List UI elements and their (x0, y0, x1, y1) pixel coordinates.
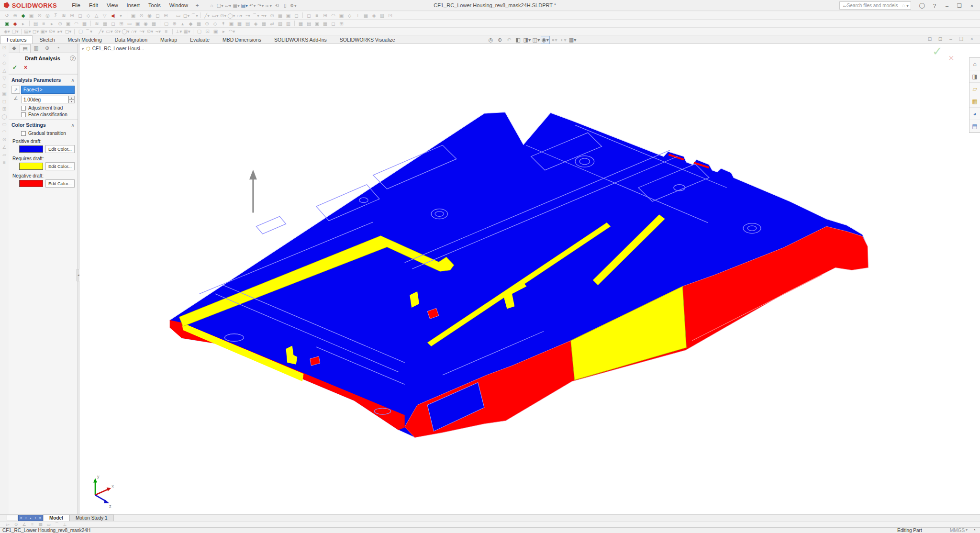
toolbar-icon[interactable]: ◠▾ (228, 28, 236, 35)
strip-icon[interactable]: ◻ (0, 98, 9, 105)
select-icon[interactable]: ▻▾ (265, 2, 273, 9)
pin-menu-icon[interactable]: ✦ (195, 3, 199, 8)
taskpane-custom-properties-icon[interactable]: ▤ (969, 120, 980, 133)
tab-scroll-icon[interactable]: ‹ (23, 515, 28, 521)
home-icon[interactable]: ⌂ (208, 2, 216, 9)
edit-color-requires-button[interactable]: Edit Color... (45, 162, 75, 170)
toolbar-icon[interactable]: ◠ (329, 12, 337, 19)
doc-window-button[interactable]: ⊡ (935, 36, 946, 42)
direction-of-pull-icon[interactable]: ↗ (11, 86, 20, 94)
help-icon[interactable]: ? (70, 56, 76, 61)
toolbar-icon[interactable]: ⌒▾ (252, 12, 260, 19)
toolbar-icon[interactable]: ~▾ (138, 28, 146, 35)
toolbar-icon[interactable]: ◆ (19, 12, 27, 19)
motion-toolbar-icon[interactable]: ▦ (36, 522, 45, 527)
toolbar-icon[interactable]: ⊙▾ (48, 28, 56, 35)
strip-icon[interactable]: △ (0, 67, 9, 75)
ribbon-tab[interactable]: Sketch (33, 35, 61, 44)
toolbar-icon[interactable]: ▣ (212, 28, 220, 35)
toolbar-icon[interactable]: ⊞ (117, 20, 125, 27)
toolbar-icon[interactable]: ◻ (154, 12, 162, 19)
toolbar-icon[interactable]: ▢ (195, 28, 203, 35)
draft-angle-input[interactable]: 1.00deg (21, 96, 68, 103)
toolbar-icon[interactable]: ▦ (80, 20, 89, 27)
ribbon-tab[interactable]: Data Migration (109, 35, 154, 44)
tab-scroll-icon[interactable]: › (33, 515, 38, 521)
toolbar-icon[interactable]: ⊙ (56, 20, 64, 27)
toolbar-icon[interactable]: ≋ (93, 20, 101, 27)
search-caret-icon[interactable]: ▾ (906, 3, 909, 8)
status-units[interactable]: MMGS (950, 528, 965, 533)
ribbon-tab[interactable]: SOLIDWORKS Visualize (334, 35, 401, 44)
app-minimize-button[interactable]: – (941, 1, 953, 10)
toolbar-icon[interactable]: ▸ (19, 20, 27, 27)
toolbar-icon[interactable]: ▢ (77, 28, 85, 35)
redo-icon[interactable]: ↷▾ (256, 2, 265, 9)
draft-direction-arrow[interactable] (249, 169, 257, 212)
toolbar-icon[interactable]: ¬▾ (260, 12, 268, 19)
tab-model[interactable]: Model (43, 514, 69, 521)
open-document-icon[interactable]: ▱▾ (224, 2, 232, 9)
edit-appearance-icon[interactable]: ●▾ (550, 36, 559, 44)
motion-toolbar-icon[interactable]: ∠ (20, 522, 28, 527)
toolbar-icon[interactable]: ↟ (219, 20, 227, 27)
doc-window-button[interactable]: ⊡ (924, 36, 935, 42)
toolbar-icon[interactable]: ▦ (101, 20, 109, 27)
toolbar-icon[interactable]: ⇄ (268, 20, 276, 27)
tab-scroll-icon[interactable]: « (19, 515, 23, 521)
display-style-icon[interactable]: ◫▾ (532, 36, 541, 44)
strip-icon[interactable]: ◠ (0, 128, 9, 136)
taskpane-toolbox-icon[interactable]: ▦ (969, 95, 980, 108)
toolbar-icon[interactable]: ≡ (313, 12, 321, 19)
toolbar-icon[interactable] (95, 29, 95, 34)
toolbar-icon[interactable]: ▣ (337, 12, 345, 19)
toolbar-icon[interactable]: ⌒▾ (85, 28, 93, 35)
pm-tab-propertymanager[interactable]: ◆ (9, 44, 20, 53)
toolbar-icon[interactable]: ▭ (174, 12, 182, 19)
checkbox-icon[interactable] (21, 131, 26, 136)
toolbar-icon[interactable]: ≡ (162, 28, 170, 35)
toolbar-icon[interactable]: ◎ (44, 12, 52, 19)
toolbar-icon[interactable]: ◻ (305, 12, 313, 19)
options-icon[interactable]: ⚙▾ (289, 2, 297, 9)
toolbar-icon[interactable]: ▦ (150, 20, 158, 27)
toolbar-icon[interactable]: ▧ (276, 20, 284, 27)
doc-window-button[interactable]: – (946, 36, 956, 42)
view-settings-icon[interactable]: ▦▾ (568, 36, 577, 44)
toolbar-icon[interactable]: ⊡ (386, 12, 394, 19)
toolbar-icon[interactable]: ▸▾ (56, 28, 64, 35)
strip-icon[interactable]: ▣ (0, 90, 9, 98)
toolbar-icon[interactable]: ⌒▾ (190, 12, 199, 19)
motion-toolbar-icon[interactable]: ⊥ (61, 522, 69, 527)
taskpane-3d-content-icon[interactable]: ◨ (969, 70, 980, 83)
toolbar-icon[interactable]: ◀ (109, 12, 117, 19)
strip-icon[interactable]: ◯ (0, 113, 9, 121)
toolbar-icon[interactable]: ◻ (329, 20, 337, 27)
ribbon-tab[interactable]: Features (0, 35, 33, 44)
toolbar-icon[interactable]: ⊞ (337, 20, 345, 27)
toolbar-icon[interactable]: ▣ (27, 12, 35, 19)
tab-stub[interactable] (7, 515, 17, 521)
toolbar-icon[interactable]: ⊡ (203, 28, 212, 35)
toolbar-icon[interactable]: ⊞ (162, 12, 170, 19)
toolbar-icon[interactable]: ▤ (244, 20, 252, 27)
toolbar-icon[interactable] (193, 29, 193, 34)
toolbar-icon[interactable]: ≋ (60, 12, 68, 19)
pm-tab-dimxpert[interactable]: ⊕ (42, 44, 53, 53)
motion-toolbar-icon[interactable]: ▭ (45, 522, 53, 527)
toolbar-icon[interactable]: ▣ (129, 12, 137, 19)
toolbar-icon[interactable]: ⊙▾ (219, 12, 227, 19)
toolbar-icon[interactable]: ▤ (305, 20, 313, 27)
toolbar-icon[interactable]: ◯▾ (227, 12, 235, 19)
edit-color-negative-button[interactable]: Edit Color... (45, 179, 75, 188)
toolbar-icon[interactable]: ◈ (252, 20, 260, 27)
graphics-area[interactable]: y x z ▸ ⬡ CF1_RC_Lower Housi... ✓ × (79, 44, 980, 514)
toolbar-icon[interactable]: ⊥ (354, 12, 362, 19)
toolbar-icon[interactable]: ⊞ (321, 12, 329, 19)
collapse-icon[interactable]: ∧ (71, 122, 75, 128)
toolbar-icon[interactable]: ▦ (321, 20, 329, 27)
tags-icon[interactable]: ◔ (973, 527, 976, 533)
menu-item[interactable]: File (67, 1, 85, 10)
toolbar-icon[interactable]: ▦ (297, 20, 305, 27)
toolbar-icon[interactable]: ▸ (48, 20, 56, 27)
